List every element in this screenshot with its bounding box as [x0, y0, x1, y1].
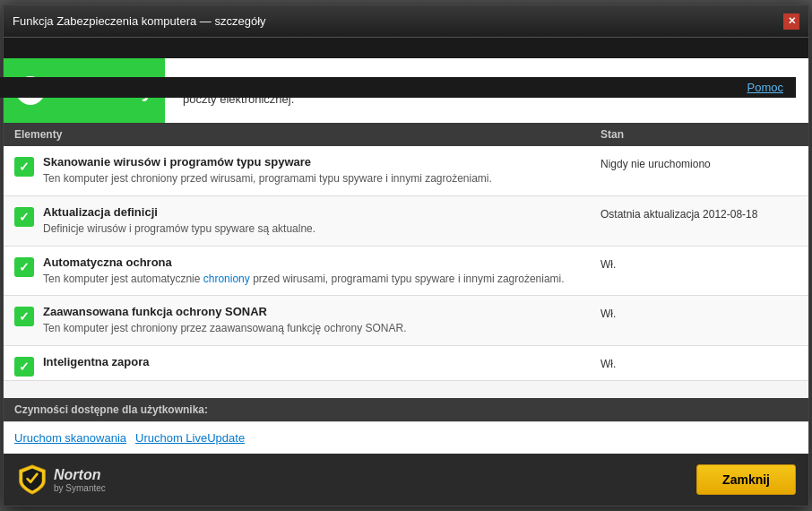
- row-title: Inteligentna zapora: [43, 355, 600, 368]
- run-scan-link[interactable]: Uruchom skanowania: [14, 431, 126, 445]
- row-desc: Definicje wirusów i programów typu spywa…: [43, 221, 600, 237]
- run-liveupdate-link[interactable]: Uruchom LiveUpdate: [135, 431, 245, 445]
- title-bar: Funkcja Zabezpieczenia komputera — szcze…: [4, 5, 808, 38]
- table-row: ✓ Automatyczna ochrona Ten komputer jest…: [4, 247, 808, 297]
- dialog-title: Funkcja Zabezpieczenia komputera — szcze…: [13, 14, 266, 28]
- actions-bar: Czynności dostępne dla użytkownika:: [4, 398, 808, 421]
- row-check-icon: ✓: [14, 357, 34, 377]
- close-button[interactable]: Zamknij: [696, 464, 796, 495]
- norton-sub: by Symantec: [54, 483, 106, 493]
- row-check-icon: ✓: [14, 257, 34, 277]
- column-header-status: Stan: [600, 128, 798, 141]
- table-row: ✓ Skanowanie wirusów i programów typu sp…: [4, 146, 808, 196]
- row-desc: Ten komputer jest automatycznie chronion…: [43, 272, 600, 287]
- row-check-icon: ✓: [14, 207, 34, 227]
- table-row: ✓ Inteligentna zapora Wł.: [4, 346, 808, 381]
- actions-label: Czynności dostępne dla użytkownika:: [14, 403, 208, 416]
- highlight-text: chroniony: [203, 273, 250, 285]
- actions-links: Uruchom skanowania Uruchom LiveUpdate: [4, 421, 808, 454]
- table-header: Elementy Stan: [4, 123, 808, 146]
- table-body[interactable]: ✓ Skanowanie wirusów i programów typu sp…: [4, 146, 808, 398]
- row-title: Zaawansowana funkcja ochrony SONAR: [43, 305, 600, 318]
- row-status: Ostatnia aktualizacja 2012-08-18: [600, 205, 798, 221]
- row-content: Inteligentna zapora: [43, 355, 600, 371]
- row-status: Wł.: [600, 305, 798, 320]
- help-link[interactable]: Pomoc: [0, 77, 796, 98]
- row-title: Automatyczna ochrona: [43, 256, 600, 269]
- row-status: Wł.: [600, 355, 798, 370]
- column-header-items: Elementy: [14, 128, 600, 141]
- row-desc: Ten komputer jest chroniony przez zaawan…: [43, 321, 600, 336]
- row-status: Nigdy nie uruchomiono: [600, 155, 798, 170]
- table-row: ✓ Aktualizacja definicji Definicje wirus…: [4, 196, 808, 247]
- row-check-icon: ✓: [14, 157, 34, 177]
- norton-name: Norton: [54, 467, 106, 483]
- row-status: Wł.: [600, 256, 798, 271]
- main-dialog: Funkcja Zabezpieczenia komputera — szcze…: [3, 4, 809, 507]
- row-title: Skanowanie wirusów i programów typu spyw…: [43, 155, 600, 169]
- norton-logo: Norton by Symantec: [16, 463, 106, 496]
- row-content: Aktualizacja definicji Definicje wirusów…: [43, 205, 600, 237]
- norton-text: Norton by Symantec: [54, 467, 106, 493]
- row-content: Skanowanie wirusów i programów typu spyw…: [43, 155, 600, 186]
- close-icon-button[interactable]: ✕: [783, 13, 799, 30]
- row-content: Automatyczna ochrona Ten komputer jest a…: [43, 256, 600, 287]
- row-content: Zaawansowana funkcja ochrony SONAR Ten k…: [43, 305, 600, 336]
- footer: Norton by Symantec Zamknij: [4, 454, 808, 506]
- row-desc: Ten komputer jest chroniony przed wirusa…: [43, 171, 600, 186]
- table-row: ✓ Zaawansowana funkcja ochrony SONAR Ten…: [4, 296, 808, 346]
- row-check-icon: ✓: [14, 307, 34, 326]
- row-title: Aktualizacja definicji: [43, 205, 600, 219]
- norton-shield-icon: [16, 463, 48, 496]
